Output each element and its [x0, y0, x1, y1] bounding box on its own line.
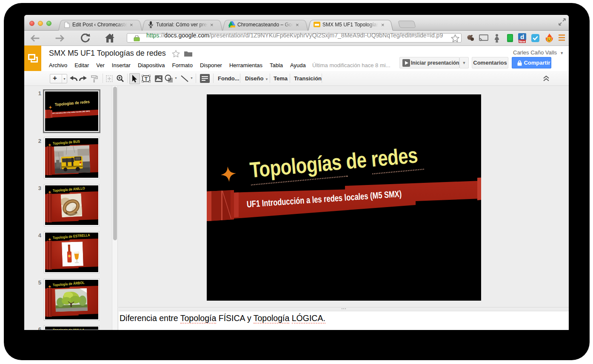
svg-text:New: New [519, 40, 525, 43]
svg-text:T: T [145, 76, 148, 82]
svg-text:d: d [520, 33, 524, 40]
